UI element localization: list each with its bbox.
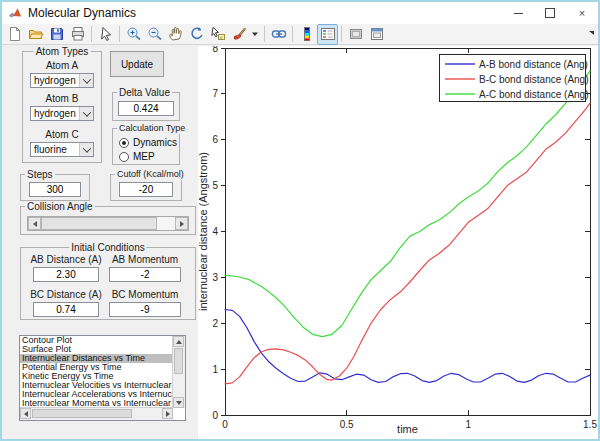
legend-entry: A-C bond distance (Ang): [479, 89, 589, 100]
toolbar-overflow-icon[interactable]: [589, 31, 594, 35]
scroll-right-icon[interactable]: [162, 408, 173, 419]
atom-b-select[interactable]: hydrogen: [30, 106, 94, 121]
pan-icon: [168, 26, 184, 42]
slider-left-arrow[interactable]: [28, 217, 41, 230]
data-cursor-button[interactable]: [207, 24, 228, 45]
data-cursor-icon: [210, 26, 226, 42]
svg-text:1: 1: [466, 419, 472, 430]
minimize-button[interactable]: [502, 2, 534, 24]
brush-menu-button[interactable]: [249, 24, 261, 45]
vertical-scroll-thumb[interactable]: [174, 348, 183, 374]
zoom-out-button[interactable]: [144, 24, 165, 45]
hide-plot-tools-icon: [348, 26, 364, 42]
zoom-in-button[interactable]: [123, 24, 144, 45]
toolbar-separator: [119, 26, 120, 42]
print-figure-button[interactable]: [67, 24, 88, 45]
delta-value-input[interactable]: [118, 101, 174, 116]
list-item[interactable]: Internuclear Accelerations vs Internucle…: [20, 390, 173, 399]
plot-type-list: Contour Plot Surface Plot Internuclear D…: [20, 336, 173, 408]
collision-angle-panel: Collision Angle: [20, 206, 196, 235]
figure-canvas: Atom Types Atom A hydrogen Atom B hydrog…: [2, 46, 598, 439]
chevron-down-icon: [79, 74, 93, 87]
atom-types-title: Atom Types: [34, 46, 91, 57]
list-item[interactable]: Potential Energy vs Time: [20, 363, 173, 372]
chevron-down-icon: [79, 143, 93, 156]
link-plot-button[interactable]: [268, 24, 289, 45]
insert-legend-button[interactable]: [317, 24, 338, 45]
scroll-up-icon[interactable]: [173, 336, 184, 347]
horizontal-scrollbar[interactable]: [20, 407, 173, 420]
radio-dynamics[interactable]: Dynamics: [119, 137, 177, 148]
ab-momentum-label: AB Momentum: [112, 254, 178, 265]
app-window: Molecular Dynamics ×: [0, 0, 600, 441]
collision-angle-title: Collision Angle: [25, 201, 95, 212]
slider-thumb[interactable]: [41, 217, 157, 230]
radio-mep[interactable]: MEP: [119, 151, 155, 162]
delta-value-panel: Delta Value: [112, 92, 180, 121]
close-button[interactable]: ×: [566, 2, 598, 24]
rotate-3d-icon: [189, 26, 205, 42]
svg-text:0.5: 0.5: [340, 419, 354, 430]
vertical-scrollbar[interactable]: [172, 336, 185, 408]
scroll-down-icon[interactable]: [173, 397, 184, 408]
insert-colorbar-icon: [299, 26, 315, 42]
toolbar-separator: [91, 26, 92, 42]
link-plot-icon: [271, 26, 287, 42]
bc-momentum-input[interactable]: [109, 302, 181, 317]
atom-types-panel: Atom Types Atom A hydrogen Atom B hydrog…: [22, 51, 102, 163]
hide-plot-tools-button[interactable]: [345, 24, 366, 45]
dock-figure-button[interactable]: [366, 24, 387, 45]
brush-button[interactable]: [228, 24, 249, 45]
ab-momentum-input[interactable]: [109, 267, 181, 282]
list-item[interactable]: Internuclear Velocities vs Internuclear …: [20, 381, 173, 390]
svg-text:3: 3: [212, 272, 218, 283]
ab-distance-label: AB Distance (A): [30, 254, 101, 265]
svg-text:4: 4: [212, 226, 218, 237]
atom-a-value: hydrogen: [34, 75, 76, 86]
initial-conditions-title: Initial Conditions: [69, 242, 146, 253]
maximize-button[interactable]: [534, 2, 566, 24]
new-figure-button[interactable]: [4, 24, 25, 45]
slider-right-arrow[interactable]: [175, 217, 188, 230]
y-axis-label: internuclear distance (Angstrom): [198, 152, 209, 311]
svg-text:2: 2: [212, 318, 218, 329]
scroll-left-icon[interactable]: [20, 408, 31, 419]
chevron-down-icon: [251, 30, 259, 38]
svg-text:8: 8: [212, 46, 218, 54]
bc-distance-input[interactable]: [33, 302, 99, 317]
rotate-3d-button[interactable]: [186, 24, 207, 45]
atom-c-select[interactable]: fluorine: [30, 142, 94, 157]
atom-a-select[interactable]: hydrogen: [30, 73, 94, 88]
ab-distance-input[interactable]: [33, 267, 99, 282]
open-file-button[interactable]: [25, 24, 46, 45]
calculation-type-title: Calculation Type: [117, 123, 187, 134]
svg-text:0: 0: [212, 410, 218, 421]
toolbar-separator: [292, 26, 293, 42]
list-item[interactable]: Kinetic Energy vs Time: [20, 372, 173, 381]
list-item[interactable]: Surface Plot: [20, 345, 173, 354]
bc-distance-label: BC Distance (A): [30, 289, 102, 300]
cutoff-input[interactable]: [119, 182, 173, 197]
cutoff-title: Cutoff (Kcal/mol): [115, 169, 186, 180]
svg-text:0: 0: [222, 419, 228, 430]
radio-selected-icon: [119, 138, 129, 148]
insert-colorbar-button[interactable]: [296, 24, 317, 45]
bc-momentum-label: BC Momentum: [112, 289, 179, 300]
update-button[interactable]: Update: [110, 51, 164, 77]
svg-text:1: 1: [212, 364, 218, 375]
atom-c-label: Atom C: [45, 129, 78, 140]
steps-input[interactable]: [29, 182, 81, 197]
save-figure-button[interactable]: [46, 24, 67, 45]
zoom-in-icon: [126, 26, 142, 42]
minimize-icon: [514, 13, 523, 14]
collision-angle-slider[interactable]: [27, 216, 189, 231]
list-item-selected[interactable]: Internuclear Distances vs Time: [20, 354, 173, 363]
edit-plot-button[interactable]: [95, 24, 116, 45]
list-item[interactable]: Contour Plot: [20, 336, 173, 345]
toolbar-separator: [264, 26, 265, 42]
print-figure-icon: [70, 26, 86, 42]
calculation-type-panel: Calculation Type Dynamics MEP: [112, 128, 180, 165]
atom-b-label: Atom B: [46, 93, 79, 104]
horizontal-scroll-thumb[interactable]: [32, 409, 132, 418]
pan-button[interactable]: [165, 24, 186, 45]
